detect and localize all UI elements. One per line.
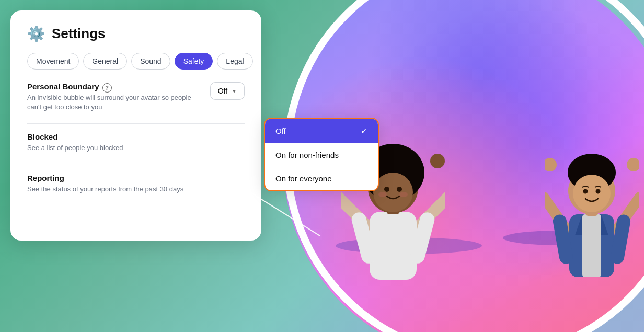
personal-boundary-description: An invisible bubble will surround your a… [27,93,205,112]
gear-icon: ⚙️ [27,25,45,42]
tab-sound[interactable]: Sound [131,53,170,70]
panel-title: Settings [52,26,106,42]
tab-general[interactable]: General [83,53,127,70]
reporting-description: See the status of your reports from the … [27,185,205,194]
svg-point-16 [399,192,408,197]
dropdown-option-off-label: Off [275,127,286,135]
dropdown-current-value: Off [218,87,227,95]
tab-bar: Movement General Sound Safety Legal [27,53,245,70]
personal-boundary-row: Personal Boundary ? An invisible bubble … [27,82,245,112]
panel-title-row: ⚙️ Settings [27,25,245,42]
connector-dot [237,182,245,191]
dropdown-option-non-friends-label: On for non-friends [275,151,339,159]
blocked-label: Blocked [27,132,245,141]
tab-movement[interactable]: Movement [27,53,79,70]
svg-rect-24 [582,214,601,277]
dropdown-option-off[interactable]: Off ✓ [265,119,378,143]
svg-point-33 [583,189,588,194]
blocked-description: See a list of people you blocked [27,143,205,153]
avatar-male [545,120,639,298]
settings-panel: ⚙️ Settings Movement General Sound Safet… [10,10,261,241]
svg-point-15 [378,192,387,197]
svg-point-13 [384,187,389,192]
dropdown-menu: Off ✓ On for non-friends On for everyone [264,118,379,191]
dropdown-option-everyone-label: On for everyone [275,174,332,183]
dropdown-option-everyone[interactable]: On for everyone [265,167,378,190]
svg-point-14 [397,187,402,192]
check-icon: ✓ [361,126,367,136]
help-icon[interactable]: ? [102,83,112,93]
divider-2 [27,165,245,165]
reporting-section: Reporting See the status of your reports… [27,174,245,194]
tab-safety[interactable]: Safety [175,53,213,70]
personal-boundary-label: Personal Boundary [27,82,99,91]
tab-legal[interactable]: Legal [217,53,252,70]
personal-boundary-section: Personal Boundary ? An invisible bubble … [27,82,245,112]
dropdown-button[interactable]: Off ▼ [210,82,245,100]
dropdown-arrow-icon: ▼ [232,88,237,94]
reporting-label: Reporting [27,174,245,182]
divider-1 [27,123,245,124]
svg-rect-6 [370,212,417,280]
svg-point-12 [373,173,413,212]
blocked-section: Blocked See a list of people you blocked [27,132,245,153]
svg-point-34 [596,189,601,194]
svg-point-32 [573,175,611,212]
personal-boundary-info: Personal Boundary ? An invisible bubble … [27,82,205,112]
personal-boundary-label-row: Personal Boundary ? [27,82,205,93]
dropdown-option-non-friends[interactable]: On for non-friends [265,143,378,167]
